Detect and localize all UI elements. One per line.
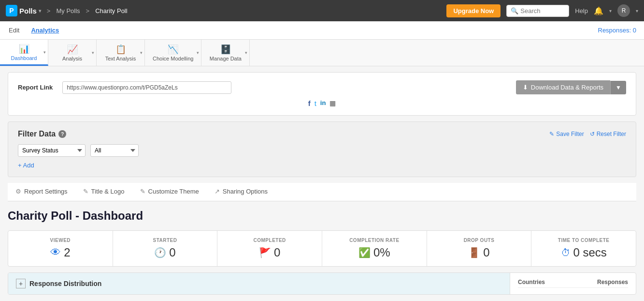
top-nav-right: Upgrade Now 🔍 Help 🔔 ▾ R ▾ bbox=[446, 4, 638, 17]
user-avatar[interactable]: R bbox=[617, 4, 630, 17]
tab-manage-data[interactable]: 🗄️ Manage Data ▾ bbox=[201, 40, 250, 66]
tab-dashboard-label: Dashboard bbox=[11, 55, 37, 61]
manage-data-tab-icon: 🗄️ bbox=[220, 44, 231, 55]
reset-filter-link[interactable]: ↺ Reset Filter bbox=[590, 131, 626, 137]
logo-area[interactable]: P Polls ▾ bbox=[6, 5, 41, 16]
sharing-options-label: Sharing Options bbox=[223, 188, 268, 195]
stat-viewed: VIEWED 👁 2 bbox=[8, 231, 113, 266]
manage-data-tab-dropdown[interactable]: ▾ bbox=[245, 50, 247, 55]
completion-rate-label: COMPLETION RATE bbox=[349, 238, 399, 243]
filter-actions: ✎ Save Filter ↺ Reset Filter bbox=[549, 131, 626, 137]
viewed-label: VIEWED bbox=[50, 238, 71, 243]
started-icon: 🕐 bbox=[154, 247, 166, 258]
response-dist-plus-button[interactable]: + bbox=[16, 279, 26, 288]
completed-value: 0 bbox=[274, 246, 280, 259]
download-dropdown-button[interactable]: ▼ bbox=[610, 81, 626, 94]
save-filter-link[interactable]: ✎ Save Filter bbox=[549, 131, 584, 137]
dashboard-tab-dropdown[interactable]: ▾ bbox=[43, 50, 46, 55]
customize-theme-icon: ✎ bbox=[140, 188, 145, 195]
response-distribution-section: + Response Distribution Countries Respon… bbox=[8, 272, 636, 295]
response-distribution-countries: Countries Responses bbox=[510, 273, 636, 294]
completed-value-row: 🚩 0 bbox=[259, 246, 280, 259]
time-to-complete-label: TIME TO COMPLETE bbox=[558, 238, 610, 243]
breadcrumb-sep-1: > bbox=[47, 7, 51, 15]
linkedin-icon[interactable]: in bbox=[320, 99, 326, 107]
dashboard-tab-icon: 📊 bbox=[19, 44, 29, 54]
breadcrumb-sep-2: > bbox=[86, 7, 90, 15]
main-content: Report Link ⬇ Download Data & Reports ▼ … bbox=[0, 66, 644, 301]
sharing-options-icon: ↗ bbox=[215, 188, 220, 195]
edit-link[interactable]: Edit bbox=[8, 27, 20, 34]
survey-status-select[interactable]: Survey Status Complete Incomplete bbox=[18, 144, 86, 157]
tab-choice-modelling[interactable]: 📉 Choice Modelling ▾ bbox=[145, 40, 201, 66]
text-analysis-tab-dropdown[interactable]: ▾ bbox=[140, 50, 143, 55]
download-data-reports-button[interactable]: ⬇ Download Data & Reports bbox=[516, 80, 610, 94]
choice-modelling-tab-icon: 📉 bbox=[168, 44, 178, 55]
grid-share-icon[interactable]: ▦ bbox=[329, 99, 336, 107]
bell-icon[interactable]: 🔔 bbox=[594, 6, 603, 15]
settings-tab-report-settings[interactable]: ⚙ Report Settings bbox=[8, 183, 75, 201]
completed-label: COMPLETED bbox=[254, 238, 286, 243]
report-link-left: Report Link bbox=[18, 81, 231, 94]
response-distribution-title: Response Distribution bbox=[29, 280, 101, 287]
analysis-tab-dropdown[interactable]: ▾ bbox=[92, 50, 94, 55]
help-link[interactable]: Help bbox=[575, 7, 588, 15]
report-settings-icon: ⚙ bbox=[15, 188, 21, 195]
report-link-section: Report Link ⬇ Download Data & Reports ▼ … bbox=[8, 72, 636, 116]
filter-data-label: Filter Data bbox=[18, 130, 56, 138]
started-label: STARTED bbox=[153, 238, 177, 243]
report-link-label: Report Link bbox=[18, 84, 53, 91]
report-link-row: Report Link ⬇ Download Data & Reports ▼ bbox=[18, 80, 626, 94]
drop-outs-icon: 🚪 bbox=[468, 247, 480, 258]
stat-started: STARTED 🕐 0 bbox=[113, 231, 218, 266]
tab-text-analysis[interactable]: 📋 Text Analysis ▾ bbox=[97, 40, 145, 66]
settings-tab-customize-theme[interactable]: ✎ Customize Theme bbox=[132, 183, 207, 201]
tab-choice-modelling-label: Choice Modelling bbox=[153, 56, 193, 61]
dashboard-title: Charity Poll - Dashboard bbox=[8, 209, 636, 223]
tab-dashboard[interactable]: 📊 Dashboard ▾ bbox=[0, 40, 48, 66]
tab-bar: 📊 Dashboard ▾ 📈 Analysis ▾ 📋 Text Analys… bbox=[0, 40, 644, 66]
bell-dropdown-icon[interactable]: ▾ bbox=[609, 8, 612, 14]
upgrade-now-button[interactable]: Upgrade Now bbox=[446, 4, 501, 17]
polls-dropdown-icon[interactable]: ▾ bbox=[39, 8, 41, 14]
viewed-icon: 👁 bbox=[50, 246, 61, 259]
report-settings-label: Report Settings bbox=[24, 188, 68, 195]
breadcrumb-current-poll: Charity Poll bbox=[95, 7, 127, 15]
customize-theme-label: Customize Theme bbox=[148, 188, 199, 195]
completion-rate-value: 0% bbox=[373, 246, 390, 259]
stat-drop-outs: DROP OUTS 🚪 0 bbox=[427, 231, 532, 266]
tab-analysis-label: Analysis bbox=[62, 56, 82, 61]
countries-header: Countries Responses bbox=[518, 279, 628, 288]
tab-manage-data-label: Manage Data bbox=[210, 56, 242, 61]
search-input[interactable] bbox=[520, 7, 565, 15]
analytics-link[interactable]: Analytics bbox=[30, 27, 60, 34]
analysis-tab-icon: 📈 bbox=[67, 44, 78, 55]
top-navigation: P Polls ▾ > My Polls > Charity Poll Upgr… bbox=[0, 0, 644, 21]
settings-tab-title-logo[interactable]: ✎ Title & Logo bbox=[75, 183, 132, 201]
time-to-complete-icon: ⏱ bbox=[561, 247, 571, 258]
facebook-icon[interactable]: f bbox=[308, 99, 311, 107]
started-value: 0 bbox=[169, 246, 175, 259]
all-select[interactable]: All Complete Incomplete bbox=[90, 144, 139, 157]
twitter-icon[interactable]: t bbox=[315, 99, 316, 107]
search-box[interactable]: 🔍 bbox=[506, 5, 569, 17]
user-dropdown-icon[interactable]: ▾ bbox=[636, 8, 638, 14]
report-link-input[interactable] bbox=[62, 81, 231, 94]
drop-outs-value-row: 🚪 0 bbox=[468, 246, 489, 259]
completion-rate-icon: ✅ bbox=[358, 247, 371, 258]
stat-time-to-complete: TIME TO COMPLETE ⏱ 0 secs bbox=[531, 231, 636, 266]
add-filter-button[interactable]: + Add bbox=[18, 162, 34, 169]
logo-icon: P bbox=[6, 5, 17, 16]
tab-analysis[interactable]: 📈 Analysis ▾ bbox=[48, 40, 97, 66]
choice-modelling-tab-dropdown[interactable]: ▾ bbox=[197, 50, 199, 55]
save-filter-icon: ✎ bbox=[549, 131, 554, 137]
reset-filter-label: Reset Filter bbox=[597, 131, 626, 137]
settings-tab-sharing-options[interactable]: ↗ Sharing Options bbox=[207, 183, 275, 201]
download-label: Download Data & Reports bbox=[531, 84, 603, 91]
stats-row: VIEWED 👁 2 STARTED 🕐 0 COMPLETED 🚩 0 COM… bbox=[8, 230, 636, 267]
response-distribution-main: + Response Distribution bbox=[8, 273, 510, 294]
responses-col-label: Responses bbox=[597, 279, 628, 286]
save-filter-label: Save Filter bbox=[556, 131, 584, 137]
filter-help-icon[interactable]: ? bbox=[58, 130, 66, 138]
breadcrumb-my-polls[interactable]: My Polls bbox=[56, 7, 80, 15]
